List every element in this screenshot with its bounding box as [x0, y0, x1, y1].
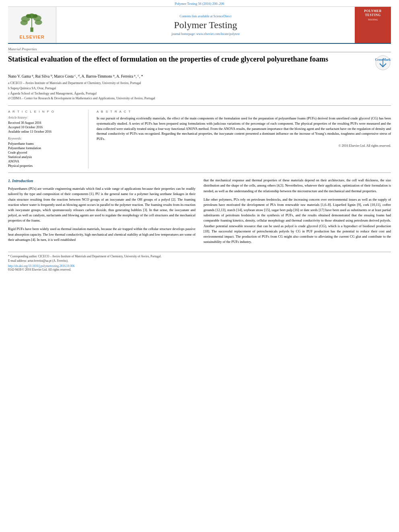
issn-line: 0142-9418/© 2016 Elsevier Ltd. All right…: [8, 268, 391, 271]
svg-point-3: [20, 20, 27, 25]
accepted-date: Accepted 10 October 2016: [8, 125, 83, 129]
article-content: Material Properties Statistical evaluati…: [8, 44, 391, 248]
section-label: Material Properties: [8, 47, 391, 52]
copyright-line: © 2016 Elsevier Ltd. All rights reserved…: [97, 144, 391, 148]
crossmark-badge: CrossMark: [375, 55, 391, 71]
elsevier-tree-icon: [16, 11, 48, 33]
keyword-5: ANOVA: [8, 160, 83, 163]
svg-rect-0: [30, 27, 33, 32]
affiliation-b: b Supeq-Química SA, Ovar, Portugal: [8, 86, 391, 91]
journal-badge: POLYMER TESTING TESTING: [355, 7, 391, 43]
abstract-text: In our pursuit of developing ecofriendly…: [97, 116, 391, 142]
body-column-right: that the mechanical response and thermal…: [204, 178, 391, 248]
body-section: 1. Introduction Polyurethanes (PUs) are …: [8, 178, 391, 248]
svg-point-5: [35, 20, 42, 25]
keywords-label: Keywords:: [8, 137, 83, 140]
body-column-left: 1. Introduction Polyurethanes (PUs) are …: [8, 178, 195, 248]
keyword-2: Polyurethane formulation: [8, 146, 83, 150]
affiliation-c: c Águeda School of Technology and Manage…: [8, 91, 391, 97]
article-meta-section: A R T I C L E I N F O Article history: R…: [8, 105, 391, 173]
elsevier-brand-text: ELSEVIER: [16, 35, 48, 39]
journal-title-section: Contents lists available at ScienceDirec…: [56, 7, 355, 43]
journal-homepage: journal homepage: www.elsevier.com/locat…: [171, 32, 240, 36]
article-info-heading: A R T I C L E I N F O: [8, 110, 83, 113]
body-para-2: Rigid PUFs have been widely used as ther…: [8, 226, 195, 242]
article-footer: * Corresponding author. CICECO – Aveiro …: [8, 252, 391, 275]
affiliation-a: a CICECO – Aveiro Institute of Materials…: [8, 81, 391, 86]
authors-line: Nuno V. Gama ᵃ, Rui Silva ᵇ, Marco Costa…: [8, 74, 391, 78]
title-row: Statistical evaluation of the effect of …: [8, 55, 391, 71]
email-line: E-mail address: artur.ferreira@ua.pt (A.…: [8, 259, 391, 263]
journal-citation: Polymer Testing 56 (2016) 200–206: [0, 0, 399, 6]
publisher-logo: ELSEVIER: [8, 7, 56, 43]
svg-point-7: [26, 14, 31, 18]
body-para-3: that the mechanical response and thermal…: [204, 178, 391, 194]
keyword-6: Physical properties: [8, 164, 83, 168]
badge-line1: POLYMER: [364, 9, 382, 13]
footer-note: * Corresponding author. CICECO – Aveiro …: [8, 255, 391, 258]
citation-text: Polymer Testing 56 (2016) 200–206: [175, 2, 224, 6]
badge-line2: TESTING: [365, 13, 380, 17]
sciencedirect-text: Contents lists available at ScienceDirec…: [180, 14, 232, 18]
received-date: Received 30 August 2016: [8, 121, 83, 125]
keyword-1: Polyurethane foams: [8, 142, 83, 146]
history-label: Article history:: [8, 116, 83, 119]
article-title: Statistical evaluation of the effect of …: [8, 55, 371, 64]
affiliations: a CICECO – Aveiro Institute of Materials…: [8, 81, 391, 101]
keyword-3: Crude glycerol: [8, 151, 83, 154]
affiliation-d: d CIDMA – Center for Research & Developm…: [8, 96, 391, 101]
article-info-column: A R T I C L E I N F O Article history: R…: [8, 110, 88, 168]
svg-point-8: [32, 14, 37, 18]
journal-header: ELSEVIER Contents lists available at Sci…: [8, 6, 391, 44]
journal-title: Polymer Testing: [174, 20, 237, 31]
body-para-4: Like other polymers, PUs rely on petrole…: [204, 197, 391, 245]
abstract-heading: A B S T R A C T: [97, 110, 391, 113]
intro-title: 1. Introduction: [8, 178, 195, 184]
body-para-1: Polyurethanes (PUs) are versatile engine…: [8, 186, 195, 223]
available-date: Available online 11 October 2016: [8, 130, 83, 134]
badge-sub: TESTING: [368, 18, 378, 21]
keyword-4: Statistical analysis: [8, 155, 83, 159]
doi-link[interactable]: http://dx.doi.org/10.1016/j.polymertesti…: [8, 264, 391, 268]
abstract-column: A B S T R A C T In our pursuit of develo…: [97, 110, 391, 168]
